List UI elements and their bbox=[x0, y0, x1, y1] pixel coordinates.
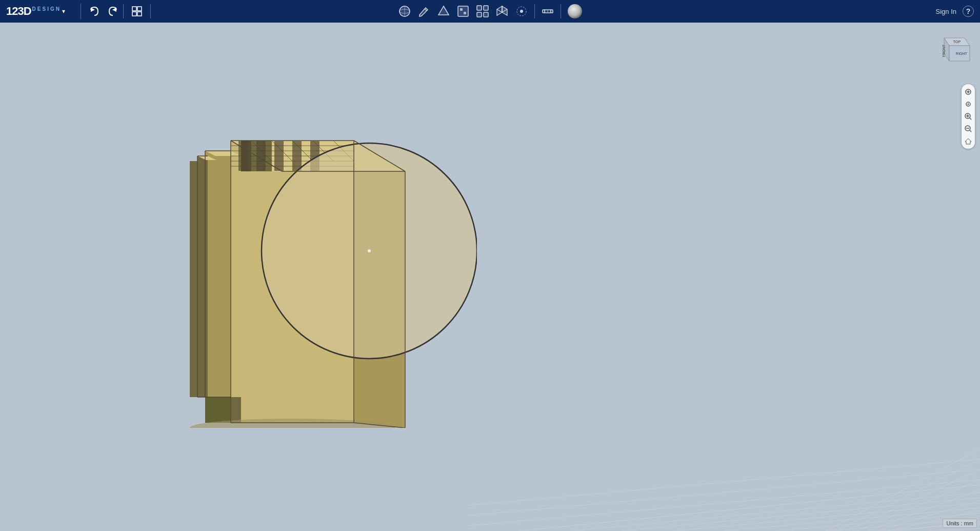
pattern-tool-button[interactable] bbox=[474, 3, 491, 20]
viewport[interactable]: .grid-line { stroke: rgba(255,255,255,0.… bbox=[0, 23, 980, 531]
grid-toggle-button[interactable] bbox=[129, 3, 145, 19]
toolbar-divider-4 bbox=[561, 4, 561, 18]
construct-tool-button[interactable] bbox=[435, 3, 452, 20]
svg-rect-3 bbox=[137, 7, 142, 11]
svg-point-100 bbox=[968, 104, 969, 105]
svg-rect-65 bbox=[238, 141, 248, 171]
toolbar-divider-2 bbox=[123, 4, 124, 18]
svg-rect-11 bbox=[458, 6, 468, 16]
redo-button[interactable] bbox=[105, 3, 121, 19]
home-button[interactable] bbox=[963, 136, 973, 146]
svg-line-35 bbox=[929, 528, 980, 531]
toolbar-divider-3 bbox=[150, 4, 151, 18]
zoom-fit-button[interactable] bbox=[963, 87, 973, 97]
zoom-panel bbox=[962, 84, 975, 149]
svg-line-24 bbox=[467, 459, 980, 505]
toolbar-divider-tools bbox=[534, 4, 535, 18]
svg-text:FRONT: FRONT bbox=[942, 44, 946, 57]
help-button[interactable]: ? bbox=[963, 6, 974, 17]
svg-rect-67 bbox=[274, 141, 284, 171]
svg-marker-10 bbox=[438, 6, 449, 15]
3d-model: .face-front { fill: #c8b878; } .face-rig… bbox=[118, 38, 477, 428]
svg-rect-16 bbox=[477, 12, 482, 17]
undo-button[interactable] bbox=[86, 3, 103, 19]
zoom-out-button[interactable] bbox=[963, 124, 973, 134]
svg-rect-14 bbox=[477, 6, 482, 10]
svg-rect-5 bbox=[137, 12, 142, 16]
modify-tool-button[interactable] bbox=[454, 3, 472, 20]
logo-subtitle: DESIGN bbox=[32, 6, 61, 12]
svg-rect-15 bbox=[484, 6, 488, 10]
svg-line-104 bbox=[970, 118, 971, 120]
logo-area: 123DDESIGN ▾ bbox=[6, 5, 65, 18]
svg-marker-0 bbox=[91, 8, 95, 12]
svg-rect-68 bbox=[292, 141, 302, 171]
grouping-tool-button[interactable] bbox=[493, 3, 511, 20]
svg-rect-66 bbox=[256, 141, 266, 171]
svg-marker-71 bbox=[205, 397, 231, 423]
units-label: Units : mm bbox=[946, 520, 973, 526]
svg-rect-2 bbox=[132, 7, 136, 11]
svg-line-107 bbox=[970, 130, 971, 132]
svg-rect-4 bbox=[132, 12, 136, 16]
svg-rect-12 bbox=[460, 8, 463, 11]
pan-button[interactable] bbox=[963, 99, 973, 109]
svg-marker-70 bbox=[231, 397, 241, 423]
svg-point-74 bbox=[368, 249, 371, 252]
svg-marker-47 bbox=[205, 151, 231, 397]
svg-rect-13 bbox=[464, 12, 466, 14]
sign-in-link[interactable]: Sign In bbox=[936, 8, 956, 15]
toolbar-center bbox=[396, 2, 585, 21]
toolbar: 123DDESIGN ▾ bbox=[0, 0, 980, 23]
zoom-in-button[interactable] bbox=[963, 111, 973, 122]
svg-line-26 bbox=[467, 480, 980, 526]
logo-dropdown-arrow[interactable]: ▾ bbox=[62, 8, 65, 15]
logo-text: 123DDESIGN bbox=[6, 5, 61, 18]
toolbar-divider bbox=[81, 4, 81, 19]
undo-redo-group bbox=[86, 3, 121, 19]
perspective-grid: .grid-line { stroke: rgba(255,255,255,0.… bbox=[467, 300, 980, 531]
svg-point-19 bbox=[520, 10, 523, 13]
toolbar-right: Sign In ? bbox=[936, 6, 974, 17]
view-cube[interactable]: TOP FRONT RIGHT bbox=[934, 28, 975, 69]
svg-line-31 bbox=[724, 508, 980, 531]
measure-tool-button[interactable] bbox=[539, 3, 556, 20]
svg-rect-17 bbox=[484, 12, 488, 17]
svg-marker-1 bbox=[112, 8, 116, 12]
primitives-tool-button[interactable] bbox=[396, 3, 413, 20]
snap-tool-button[interactable] bbox=[513, 3, 530, 20]
svg-text:RIGHT: RIGHT bbox=[956, 52, 968, 55]
svg-text:TOP: TOP bbox=[953, 40, 961, 44]
sketch-tool-button[interactable] bbox=[415, 3, 433, 20]
material-button[interactable] bbox=[565, 2, 585, 21]
units-badge: Units : mm bbox=[943, 519, 977, 528]
